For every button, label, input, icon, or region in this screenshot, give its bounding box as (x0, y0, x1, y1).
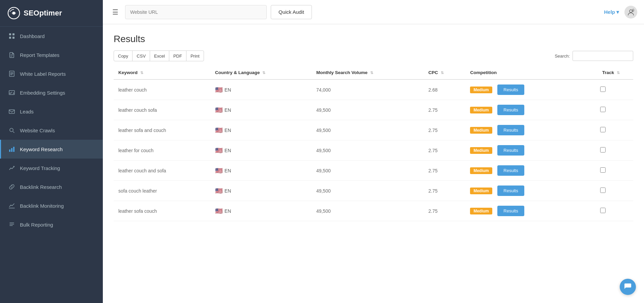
results-button-4[interactable]: Results (497, 165, 524, 176)
svg-rect-12 (13, 147, 14, 152)
flag-icon-6: 🇺🇸 (215, 207, 223, 215)
keyword-link-6[interactable]: leather sofa couch (118, 208, 157, 214)
sidebar-item-leads[interactable]: Leads (0, 102, 103, 121)
pdf-button[interactable]: PDF (169, 50, 186, 61)
track-checkbox-0[interactable] (600, 87, 606, 92)
competition-badge-0: Medium (470, 87, 492, 93)
sidebar-item-report-templates[interactable]: Report Templates (0, 45, 103, 64)
cell-cpc-3: 2.75 (424, 140, 466, 161)
sidebar-item-embedding[interactable]: Embedding Settings (0, 83, 103, 102)
col-keyword[interactable]: Keyword ⇅ (114, 66, 210, 79)
quick-audit-button[interactable]: Quick Audit (271, 5, 312, 19)
flag-icon-2: 🇺🇸 (215, 127, 223, 134)
cell-volume-2: 49,500 (312, 120, 424, 140)
print-button[interactable]: Print (186, 50, 204, 61)
sidebar-item-keyword-tracking[interactable]: Keyword Tracking (0, 159, 103, 177)
copy-button[interactable]: Copy (114, 50, 133, 61)
cpc-sort-icon: ⇅ (441, 71, 444, 75)
table-row: leather for couch 🇺🇸 EN 49,500 2.75 Medi… (114, 140, 633, 161)
cell-competition-3: Medium Results (465, 140, 573, 161)
help-dropdown-icon: ▾ (616, 9, 619, 15)
competition-badge-1: Medium (470, 107, 492, 113)
cell-volume-4: 49,500 (312, 161, 424, 181)
results-button-2[interactable]: Results (497, 125, 524, 135)
cell-volume-1: 49,500 (312, 100, 424, 120)
svg-point-13 (630, 10, 632, 12)
svg-rect-5 (12, 37, 14, 39)
crawl-search-icon (8, 127, 15, 134)
keyword-link-1[interactable]: leather couch sofa (118, 107, 157, 113)
results-button-5[interactable]: Results (497, 186, 524, 196)
table-toolbar: Copy CSV Excel PDF Print Search: (114, 50, 633, 61)
col-cpc[interactable]: CPC ⇅ (424, 66, 466, 79)
competition-badge-2: Medium (470, 127, 492, 134)
cell-track-6 (573, 201, 633, 221)
language-1: EN (225, 107, 231, 113)
monitor-icon (8, 202, 15, 209)
hamburger-button[interactable]: ☰ (110, 7, 121, 18)
excel-button[interactable]: Excel (150, 50, 169, 61)
col-track[interactable]: Track ⇅ (573, 66, 633, 79)
sidebar-item-bulk-reporting-label: Bulk Reporting (20, 222, 53, 228)
bar-chart-icon (8, 146, 15, 153)
chat-bubble-button[interactable] (620, 279, 636, 295)
flag-icon-5: 🇺🇸 (215, 187, 223, 195)
col-country-language[interactable]: Country & Language ⇅ (210, 66, 312, 79)
help-button[interactable]: Help ▾ (604, 9, 619, 15)
flag-icon-0: 🇺🇸 (215, 86, 223, 94)
sidebar-item-website-crawls[interactable]: Website Crawls (0, 121, 103, 140)
track-checkbox-1[interactable] (600, 107, 606, 112)
results-button-0[interactable]: Results (497, 85, 524, 95)
sidebar-item-keyword-tracking-label: Keyword Tracking (20, 165, 60, 171)
sidebar-item-backlink-monitoring[interactable]: Backlink Monitoring (0, 196, 103, 215)
col-monthly-volume[interactable]: Monthly Search Volume ⇅ (312, 66, 424, 79)
results-title: Results (114, 34, 633, 44)
sidebar-item-dashboard[interactable]: Dashboard (0, 27, 103, 45)
cell-track-0 (573, 79, 633, 100)
keyword-link-4[interactable]: leather couch and sofa (118, 168, 166, 173)
table-search-input[interactable] (573, 51, 633, 61)
track-checkbox-4[interactable] (600, 167, 606, 173)
flag-icon-4: 🇺🇸 (215, 167, 223, 174)
sidebar-item-backlink-research[interactable]: Backlink Research (0, 177, 103, 196)
cell-competition-0: Medium Results (465, 79, 573, 100)
flag-icon-3: 🇺🇸 (215, 147, 223, 154)
link-icon (8, 183, 15, 190)
track-checkbox-3[interactable] (600, 147, 606, 153)
keyword-link-5[interactable]: sofa couch leather (118, 188, 157, 194)
sidebar-logo: SEOptimer (0, 0, 103, 27)
track-checkbox-5[interactable] (600, 188, 606, 193)
keyword-link-0[interactable]: leather couch (118, 87, 147, 93)
sidebar: SEOptimer Dashboard Report Templates (0, 0, 103, 303)
keyword-link-3[interactable]: leather for couch (118, 148, 153, 153)
sidebar-item-white-label[interactable]: White Label Reports (0, 64, 103, 83)
results-button-1[interactable]: Results (497, 105, 524, 115)
results-button-6[interactable]: Results (497, 206, 524, 216)
cell-track-3 (573, 140, 633, 161)
main-area: ☰ Quick Audit Help ▾ Results Copy CSV (103, 0, 644, 303)
sidebar-item-report-templates-label: Report Templates (20, 52, 59, 58)
file-icon (8, 70, 15, 77)
table-header-row: Keyword ⇅ Country & Language ⇅ Monthly S… (114, 66, 633, 79)
cell-country-4: 🇺🇸 EN (210, 161, 312, 181)
sidebar-item-bulk-reporting[interactable]: Bulk Reporting (0, 215, 103, 234)
cell-keyword-5: sofa couch leather (114, 181, 210, 201)
cell-cpc-4: 2.75 (424, 161, 466, 181)
language-0: EN (225, 87, 231, 93)
cell-keyword-0: leather couch (114, 79, 210, 100)
cell-keyword-2: leather sofa and couch (114, 120, 210, 140)
results-button-3[interactable]: Results (497, 145, 524, 156)
volume-sort-icon: ⇅ (370, 71, 373, 75)
cell-volume-6: 49,500 (312, 201, 424, 221)
csv-button[interactable]: CSV (132, 50, 150, 61)
competition-badge-6: Medium (470, 208, 492, 214)
track-checkbox-2[interactable] (600, 127, 606, 132)
cell-country-2: 🇺🇸 EN (210, 120, 312, 140)
user-avatar-button[interactable] (624, 6, 637, 19)
keyword-link-2[interactable]: leather sofa and couch (118, 128, 166, 133)
website-url-input[interactable] (125, 5, 267, 19)
sidebar-item-white-label-label: White Label Reports (20, 71, 66, 77)
track-checkbox-6[interactable] (600, 208, 606, 213)
sidebar-item-keyword-research[interactable]: Keyword Research (0, 140, 103, 159)
table-row: leather couch 🇺🇸 EN 74,000 2.68 Medium R… (114, 79, 633, 100)
